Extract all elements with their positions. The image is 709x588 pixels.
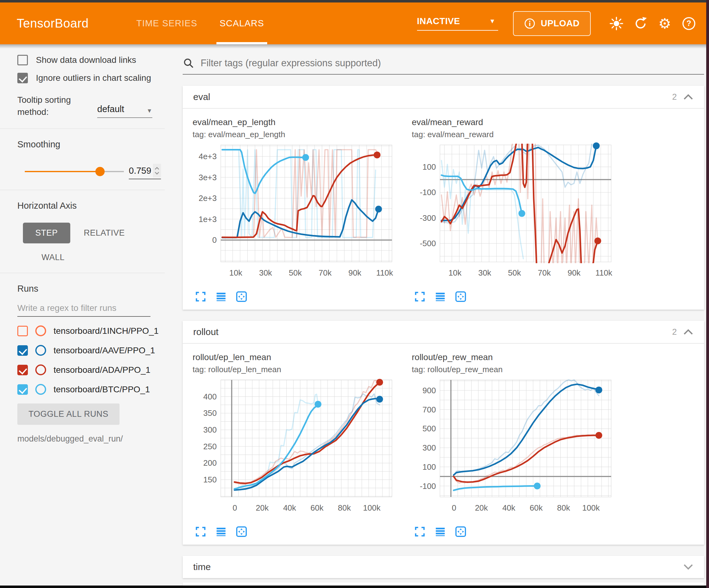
chevron-down-icon: ▼ — [489, 18, 495, 25]
smoothing-label: Smoothing — [17, 139, 165, 150]
chevron-up-icon[interactable] — [683, 329, 693, 335]
refresh-icon[interactable] — [632, 15, 650, 32]
main-content: eval 2 eval/mean_ep_length tag: eval/mea… — [165, 44, 709, 588]
run-checkbox[interactable] — [17, 384, 28, 395]
line-chart[interactable]: 100-100-300-50010k30k50k70k90k110k — [411, 143, 615, 288]
chart-card-rollout-ep-len-mean: rollout/ep_len_mean tag: rollout/ep_len_… — [191, 352, 396, 542]
run-color-swatch — [35, 326, 46, 336]
slider-thumb[interactable] — [95, 167, 105, 176]
data-table-icon[interactable] — [435, 291, 446, 302]
tab-scalars[interactable]: SCALARS — [208, 2, 275, 44]
checkbox-unchecked[interactable] — [17, 55, 28, 65]
svg-text:50k: 50k — [508, 268, 521, 277]
section-rollout-header[interactable]: rollout 2 — [183, 321, 704, 344]
svg-text:100: 100 — [423, 462, 436, 471]
expand-chart-icon[interactable] — [414, 291, 425, 302]
brightness-icon[interactable] — [607, 15, 625, 32]
chart-tag: tag: eval/mean_ep_length — [192, 130, 396, 139]
info-icon — [524, 18, 535, 29]
number-stepper[interactable] — [153, 164, 161, 177]
chart-title: eval/mean_reward — [412, 117, 615, 127]
smoothing-value-input[interactable] — [129, 165, 153, 176]
fit-domain-icon[interactable] — [455, 526, 466, 537]
section-time-header[interactable]: time — [183, 556, 704, 578]
expand-chart-icon[interactable] — [195, 291, 206, 302]
svg-text:40k: 40k — [502, 503, 516, 512]
fit-domain-icon[interactable] — [236, 526, 247, 537]
upload-button[interactable]: UPLOAD — [513, 11, 591, 36]
run-row-ada[interactable]: tensorboard/ADA/PPO_1 — [17, 364, 165, 375]
chart-title: rollout/ep_len_mean — [192, 352, 396, 362]
chevron-down-icon[interactable] — [683, 564, 693, 570]
status-dropdown[interactable]: INACTIVE ▼ — [417, 16, 498, 31]
runs-filter-field — [17, 303, 151, 317]
svg-text:0: 0 — [233, 503, 237, 512]
chart-tag: tag: rollout/ep_rew_mean — [412, 365, 615, 374]
data-table-icon[interactable] — [215, 526, 227, 537]
chevron-down-icon: ▼ — [147, 107, 152, 114]
svg-text:300: 300 — [423, 443, 436, 452]
svg-text:20k: 20k — [475, 503, 488, 512]
axis-wall-button[interactable]: WALL — [42, 253, 65, 262]
svg-text:30k: 30k — [478, 268, 492, 277]
svg-text:3e+3: 3e+3 — [199, 173, 217, 182]
svg-text:350: 350 — [203, 408, 217, 418]
axis-relative-button[interactable]: RELATIVE — [84, 228, 125, 238]
horizontal-axis-label: Horizontal Axis — [17, 201, 165, 211]
chart-title: eval/mean_ep_length — [192, 117, 396, 127]
run-row-1inch[interactable]: tensorboard/1INCH/PPO_1 — [17, 326, 165, 336]
svg-text:70k: 70k — [319, 268, 332, 277]
run-color-swatch — [35, 384, 46, 395]
filter-tags-input[interactable] — [201, 58, 704, 69]
section-time: time — [183, 556, 704, 578]
fit-domain-icon[interactable] — [236, 291, 247, 302]
svg-text:?: ? — [686, 19, 691, 28]
svg-text:200: 200 — [203, 458, 217, 467]
line-chart[interactable]: -100100300500700900020k40k60k80k100k — [411, 378, 615, 523]
tab-time-series[interactable]: TIME SERIES — [125, 2, 208, 44]
line-chart[interactable]: 01e+32e+33e+34e+310k30k50k70k90k110k — [191, 143, 396, 288]
svg-text:900: 900 — [423, 386, 436, 395]
svg-text:60k: 60k — [530, 503, 543, 512]
svg-text:100k: 100k — [363, 503, 381, 512]
svg-text:40k: 40k — [283, 503, 296, 512]
help-icon[interactable]: ? — [680, 15, 698, 32]
fit-domain-icon[interactable] — [455, 291, 466, 302]
data-table-icon[interactable] — [215, 291, 227, 302]
svg-text:30k: 30k — [259, 268, 272, 277]
line-chart[interactable]: 150200250300350400020k40k60k80k100k — [191, 378, 396, 523]
slider-fill — [25, 171, 100, 172]
header-controls: INACTIVE ▼ UPLOAD — [417, 11, 701, 36]
tab-bar: TIME SERIES SCALARS — [125, 2, 275, 44]
smoothing-slider[interactable] — [25, 171, 124, 172]
tooltip-sorting-dropdown[interactable]: default ▼ — [97, 94, 152, 118]
ignore-outliers-row[interactable]: Ignore outliers in chart scaling — [17, 73, 165, 83]
toggle-all-runs-button[interactable]: TOGGLE ALL RUNS — [17, 404, 120, 425]
show-download-links-row[interactable]: Show data download links — [17, 55, 165, 65]
expand-chart-icon[interactable] — [414, 526, 425, 537]
run-row-aave[interactable]: tensorboard/AAVE/PPO_1 — [17, 345, 165, 356]
run-color-swatch — [35, 345, 46, 356]
section-eval: eval 2 eval/mean_ep_length tag: eval/mea… — [183, 86, 704, 310]
divider — [0, 190, 165, 190]
gear-icon[interactable]: ⚙ — [656, 15, 674, 32]
axis-step-button[interactable]: STEP — [23, 223, 70, 244]
chevron-up-icon[interactable] — [683, 94, 693, 100]
settings-sidebar: Show data download links Ignore outliers… — [0, 44, 165, 588]
runs-filter-input[interactable] — [17, 303, 151, 313]
expand-chart-icon[interactable] — [195, 526, 206, 537]
active-tab-indicator — [216, 42, 267, 44]
section-eval-header[interactable]: eval 2 — [183, 86, 704, 109]
svg-text:-300: -300 — [420, 213, 436, 223]
data-table-icon[interactable] — [435, 526, 446, 537]
run-name: tensorboard/AAVE/PPO_1 — [54, 346, 155, 355]
run-name: tensorboard/1INCH/PPO_1 — [54, 326, 159, 336]
run-checkbox[interactable] — [17, 345, 28, 356]
checkbox-checked[interactable] — [17, 73, 28, 83]
svg-text:80k: 80k — [557, 503, 570, 512]
run-row-btc[interactable]: tensorboard/BTC/PPO_1 — [17, 384, 165, 395]
run-checkbox[interactable] — [17, 326, 28, 336]
svg-text:300: 300 — [203, 425, 217, 434]
run-checkbox[interactable] — [17, 365, 28, 375]
svg-text:90k: 90k — [568, 268, 581, 277]
